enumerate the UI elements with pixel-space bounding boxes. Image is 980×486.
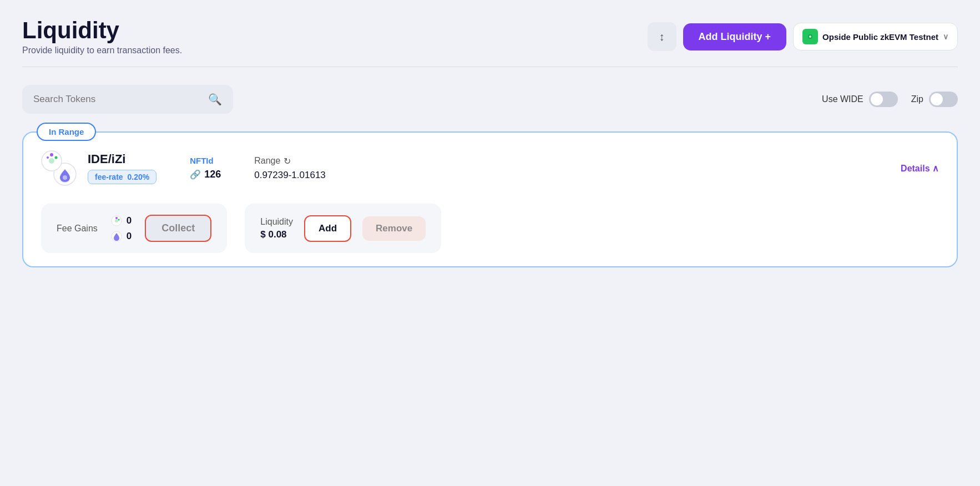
network-icon: [802, 29, 818, 44]
card-top: IDE/iZi fee-rate 0.20% NFTId 🔗 126 Range…: [23, 133, 957, 195]
search-input[interactable]: [33, 94, 203, 105]
izi-fee-icon: [111, 231, 122, 242]
header-divider: [22, 67, 958, 67]
svg-point-6: [49, 158, 54, 164]
liquidity-label-group: Liquidity $ 0.08: [260, 217, 293, 240]
use-wide-toggle-group: Use WIDE: [822, 92, 898, 107]
range-text: Range: [254, 156, 280, 166]
nft-section: NFTId 🔗 126: [190, 156, 221, 180]
page-subtitle: Provide liquidity to earn transaction fe…: [22, 45, 182, 55]
svg-point-2: [809, 36, 811, 38]
range-label-row: Range ↻: [254, 156, 326, 166]
svg-point-13: [118, 219, 119, 220]
token-pair-label: IDE/iZi: [88, 152, 156, 166]
zip-toggle-group: Zip: [911, 92, 958, 107]
details-label: Details ∧: [901, 163, 939, 174]
fee-gains-label: Fee Gains: [57, 224, 98, 234]
remove-liquidity-button[interactable]: Remove: [362, 216, 426, 241]
add-liquidity-button[interactable]: Add Liquidity +: [683, 23, 787, 50]
filters-row: 🔍 Use WIDE Zip: [22, 85, 958, 114]
fee-gain-row-2: 0: [111, 231, 132, 242]
use-wide-label: Use WIDE: [822, 94, 863, 104]
network-logo-icon: [805, 32, 815, 42]
swap-icon-button[interactable]: ↕: [648, 22, 676, 51]
svg-point-12: [115, 217, 118, 219]
swap-icon: ↕: [659, 31, 665, 43]
card-bottom: Fee Gains 0 0: [23, 195, 957, 253]
search-icon: 🔍: [208, 93, 222, 106]
fee-gains-values: 0 0: [111, 215, 132, 242]
header-right: ↕ Add Liquidity + Opside Public zkEVM Te…: [648, 22, 958, 51]
nft-id-value: 126: [204, 169, 221, 180]
ide-token-icon: [41, 150, 62, 171]
ide-fee-icon: [111, 215, 122, 226]
zip-label: Zip: [911, 94, 923, 104]
range-value: 0.97239-1.01613: [254, 170, 326, 181]
fee-rate-prefix: fee-rate: [95, 173, 123, 181]
svg-point-4: [50, 153, 53, 156]
fee-gain-row-1: 0: [111, 215, 132, 226]
fee-gains-section: Fee Gains 0 0: [41, 204, 227, 253]
token-info: IDE/iZi fee-rate 0.20%: [88, 152, 156, 184]
chevron-down-icon: ∨: [943, 32, 948, 41]
svg-point-10: [63, 175, 67, 180]
svg-point-14: [115, 219, 118, 222]
svg-point-7: [47, 156, 49, 159]
network-name-label: Opside Public zkEVM Testnet: [822, 32, 938, 42]
header-left: Liquidity Provide liquidity to earn tran…: [22, 18, 182, 55]
fee-gain-value-1: 0: [127, 215, 132, 226]
fee-rate-value: 0.20%: [127, 173, 149, 181]
liquidity-details-section: Liquidity $ 0.08 Add Remove: [245, 204, 441, 253]
fee-rate-badge: fee-rate 0.20%: [88, 170, 156, 184]
range-section: Range ↻ 0.97239-1.01613: [254, 156, 326, 181]
collect-button[interactable]: Collect: [145, 215, 211, 242]
page-title: Liquidity: [22, 18, 182, 43]
nft-label: NFTId: [190, 156, 221, 165]
nft-id-row: 🔗 126: [190, 169, 221, 180]
svg-point-5: [55, 156, 58, 159]
add-liquidity-position-button[interactable]: Add: [304, 215, 351, 242]
liquidity-position-card: In Range: [22, 131, 958, 267]
token-pair-icons: [41, 150, 77, 186]
liquidity-label: Liquidity: [260, 217, 293, 227]
toggles-row: Use WIDE Zip: [822, 92, 958, 107]
refresh-icon[interactable]: ↻: [284, 156, 291, 166]
link-icon: 🔗: [190, 169, 201, 180]
page-header: Liquidity Provide liquidity to earn tran…: [22, 18, 958, 55]
details-link[interactable]: Details ∧: [901, 163, 939, 174]
in-range-badge: In Range: [37, 123, 96, 141]
liquidity-value: $ 0.08: [260, 229, 293, 240]
fee-gain-value-2: 0: [127, 231, 132, 242]
search-box[interactable]: 🔍: [22, 85, 233, 114]
zip-toggle[interactable]: [929, 92, 958, 107]
network-selector-button[interactable]: Opside Public zkEVM Testnet ∨: [793, 23, 958, 50]
use-wide-toggle[interactable]: [869, 92, 898, 107]
